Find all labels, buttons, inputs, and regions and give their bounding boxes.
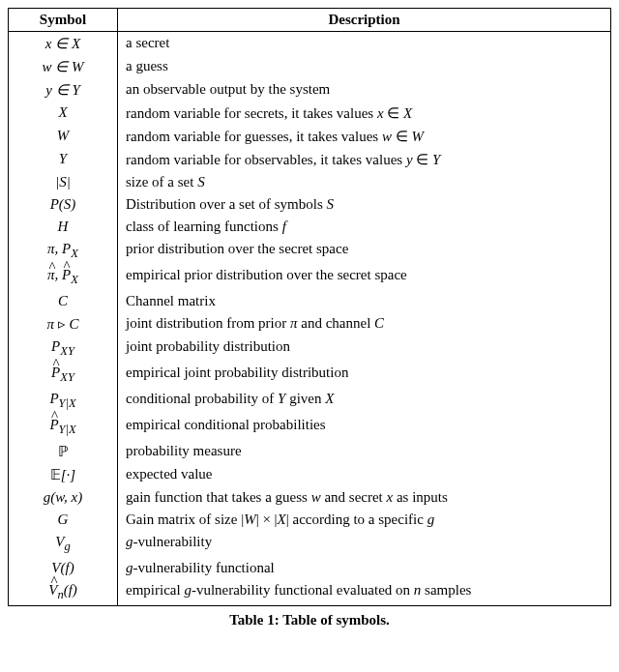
description-cell: expected value [118, 463, 611, 486]
table-row: ^PY|Xempirical conditional probabilities [9, 414, 611, 440]
table-row: y ∈ Yan observable output by the system [9, 78, 611, 102]
table-row: CChannel matrix [9, 290, 611, 312]
symbol-cell: P(S) [9, 193, 118, 216]
description-cell: prior distribution over the secret space [118, 238, 611, 264]
symbol-table: Symbol Description x ∈ Xa secretw ∈ Wa g… [8, 8, 611, 606]
description-cell: empirical g-vulnerability functional eva… [118, 579, 611, 606]
symbol-cell: ℙ [9, 440, 118, 463]
table-row: x ∈ Xa secret [9, 32, 611, 56]
description-cell: probability measure [118, 440, 611, 463]
symbol-cell: |S| [9, 171, 118, 193]
symbol-cell: ^PXY [9, 362, 118, 388]
description-cell: random variable for guesses, it takes va… [118, 125, 611, 148]
description-cell: Distribution over a set of symbols S [118, 193, 611, 216]
description-cell: Channel matrix [118, 290, 611, 312]
symbol-cell: π ▹ C [9, 312, 118, 336]
symbol-cell: 𝔼[·] [9, 463, 118, 486]
header-symbol: Symbol [9, 9, 118, 32]
table-row: Yrandom variable for observables, it tak… [9, 148, 611, 171]
description-cell: joint distribution from prior π and chan… [118, 312, 611, 336]
description-cell: empirical conditional probabilities [118, 414, 611, 440]
symbol-cell: ^PY|X [9, 414, 118, 440]
table-row: g(w, x)gain function that takes a guess … [9, 486, 611, 509]
table-row: ℙprobability measure [9, 440, 611, 463]
table-row: GGain matrix of size |W| × |X| according… [9, 509, 611, 531]
table-row: ^PXYempirical joint probability distribu… [9, 362, 611, 388]
table-row: 𝔼[·]expected value [9, 463, 611, 486]
symbol-cell: w ∈ W [9, 55, 118, 78]
symbol-cell: G [9, 509, 118, 531]
symbol-cell: Vg [9, 531, 118, 557]
table-row: π, PXprior distribution over the secret … [9, 238, 611, 264]
symbol-cell: g(w, x) [9, 486, 118, 509]
table-row: |S|size of a set S [9, 171, 611, 193]
description-cell: random variable for secrets, it takes va… [118, 102, 611, 125]
description-cell: g-vulnerability [118, 531, 611, 557]
symbol-cell: V(f) [9, 557, 118, 579]
header-description: Description [118, 9, 611, 32]
description-cell: Gain matrix of size |W| × |X| according … [118, 509, 611, 531]
table-row: ^Vn(f)empirical g-vulnerability function… [9, 579, 611, 606]
symbol-cell: x ∈ X [9, 32, 118, 56]
description-cell: empirical prior distribution over the se… [118, 264, 611, 290]
table-row: PXYjoint probability distribution [9, 336, 611, 362]
symbol-cell: Y [9, 148, 118, 171]
symbol-cell: C [9, 290, 118, 312]
table-row: Vgg-vulnerability [9, 531, 611, 557]
description-cell: conditional probability of Y given X [118, 388, 611, 414]
table-row: PY|Xconditional probability of Y given X [9, 388, 611, 414]
description-cell: g-vulnerability functional [118, 557, 611, 579]
symbol-cell: X [9, 102, 118, 125]
table-row: Xrandom variable for secrets, it takes v… [9, 102, 611, 125]
table-row: P(S)Distribution over a set of symbols S [9, 193, 611, 216]
symbol-cell: PY|X [9, 388, 118, 414]
table-row: ^π, ^PXempirical prior distribution over… [9, 264, 611, 290]
table-row: Wrandom variable for guesses, it takes v… [9, 125, 611, 148]
description-cell: gain function that takes a guess w and s… [118, 486, 611, 509]
symbol-cell: W [9, 125, 118, 148]
symbol-cell: ^Vn(f) [9, 579, 118, 606]
description-cell: joint probability distribution [118, 336, 611, 362]
symbol-cell: PXY [9, 336, 118, 362]
description-cell: class of learning functions f [118, 216, 611, 238]
table-row: π ▹ Cjoint distribution from prior π and… [9, 312, 611, 336]
description-cell: an observable output by the system [118, 78, 611, 102]
description-cell: a secret [118, 32, 611, 56]
description-cell: random variable for observables, it take… [118, 148, 611, 171]
table-row: V(f)g-vulnerability functional [9, 557, 611, 579]
table-caption: Table 1: Table of symbols. [8, 612, 611, 628]
description-cell: a guess [118, 55, 611, 78]
description-cell: empirical joint probability distribution [118, 362, 611, 388]
table-row: w ∈ Wa guess [9, 55, 611, 78]
description-cell: size of a set S [118, 171, 611, 193]
symbol-cell: H [9, 216, 118, 238]
table-row: Hclass of learning functions f [9, 216, 611, 238]
symbol-cell: ^π, ^PX [9, 264, 118, 290]
symbol-cell: y ∈ Y [9, 78, 118, 102]
